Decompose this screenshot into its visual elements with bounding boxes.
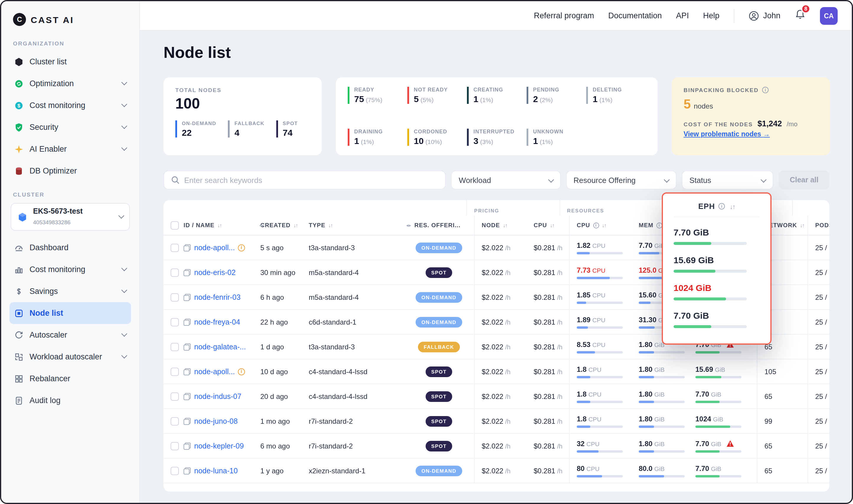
node-name-link[interactable]: node-juno-08 xyxy=(194,417,237,425)
row-checkbox[interactable] xyxy=(171,392,179,400)
view-problematic-nodes-link[interactable]: View problematic nodes → xyxy=(683,130,770,138)
row-checkbox[interactable] xyxy=(171,343,179,351)
search-input[interactable] xyxy=(184,176,438,184)
table-row[interactable]: node-luna-10 1 y ago x2iezn-standard-1 O… xyxy=(163,458,829,483)
user-menu[interactable]: John xyxy=(748,10,780,21)
node-warning-icon[interactable]: i xyxy=(238,244,245,251)
status-filter-dropdown[interactable]: Status xyxy=(682,170,774,190)
node-name-link[interactable]: node-apoll... xyxy=(194,367,235,376)
mem-usage-cell: 1.80GiB xyxy=(632,434,688,458)
copy-icon[interactable] xyxy=(183,393,191,400)
copy-icon[interactable] xyxy=(183,368,191,375)
row-checkbox[interactable] xyxy=(171,417,179,425)
sidebar-item-cluster-list[interactable]: Cluster list xyxy=(10,51,131,73)
row-checkbox[interactable] xyxy=(171,268,179,276)
sort-icon[interactable]: ↓↑ xyxy=(503,222,507,228)
sort-icon[interactable]: ↓↑ xyxy=(602,222,606,228)
row-checkbox[interactable] xyxy=(171,293,179,301)
sort-icon[interactable]: ↓↑ xyxy=(328,222,332,228)
sort-icon[interactable]: ↓↑ xyxy=(800,222,804,228)
header-res-offering[interactable]: RES. OFFERI... xyxy=(407,215,474,235)
copy-icon[interactable] xyxy=(183,442,191,449)
table-row[interactable]: node-juno-08 1 mo ago r7i-standard-2 SPO… xyxy=(163,409,829,434)
copy-icon[interactable] xyxy=(183,417,191,425)
header-cpu[interactable]: CPUi↓↑ xyxy=(569,215,632,235)
header-created[interactable]: CREATED↓↑ xyxy=(260,215,309,235)
table-row[interactable]: node-kepler-09 6 mo ago r7i-standard-2 S… xyxy=(163,434,829,458)
sort-icon[interactable]: ↓↑ xyxy=(730,203,735,210)
cluster-selector[interactable]: EKS-5673-test 405349833286 xyxy=(11,203,130,231)
sidebar-item-db-optimizer[interactable]: DB Optimizer xyxy=(10,160,131,182)
created-value: 20 d ago xyxy=(260,392,288,400)
node-warning-icon[interactable]: i xyxy=(238,368,245,375)
node-name-link[interactable]: node-indus-07 xyxy=(194,392,242,400)
node-name-link[interactable]: node-galatea-... xyxy=(194,343,246,351)
info-icon[interactable]: i xyxy=(718,203,725,210)
node-name-link[interactable]: node-kepler-09 xyxy=(194,442,244,450)
sidebar-item-node-list[interactable]: Node list xyxy=(10,302,131,324)
header-node-price[interactable]: NODE↓↑ xyxy=(474,215,527,235)
node-name-link[interactable]: node-luna-10 xyxy=(194,467,237,475)
chevron-down-icon xyxy=(121,265,127,271)
pods-value: 25 / xyxy=(815,442,827,450)
sidebar-item-audit-log[interactable]: Audit log xyxy=(10,390,131,411)
sort-icon[interactable]: ↓↑ xyxy=(550,222,554,228)
nav-documentation[interactable]: Documentation xyxy=(608,11,662,20)
node-name-link[interactable]: node-fenrir-03 xyxy=(194,293,241,301)
type-value: m5a-standard-4 xyxy=(309,268,359,276)
eph-usage-cell: 7.70GiB xyxy=(688,434,757,458)
header-type[interactable]: TYPE↓↑◂▸ xyxy=(309,215,407,235)
sidebar-item-savings[interactable]: Savings xyxy=(10,280,131,302)
sidebar-item-security[interactable]: Security xyxy=(10,116,131,138)
row-checkbox[interactable] xyxy=(171,442,179,450)
table-row[interactable]: node-apoll...i 10 d ago c4-standard-4-ls… xyxy=(163,359,829,384)
nav-api[interactable]: API xyxy=(676,11,689,20)
search-box[interactable] xyxy=(163,170,446,190)
row-checkbox[interactable] xyxy=(171,367,179,376)
notifications-button[interactable]: 8 xyxy=(795,9,806,22)
header-cpu-price[interactable]: CPU↓↑ xyxy=(527,215,569,235)
nav-help[interactable]: Help xyxy=(703,11,719,20)
warning-triangle-icon[interactable] xyxy=(727,440,734,447)
select-all-checkbox[interactable] xyxy=(171,221,179,229)
sidebar-item-dashboard[interactable]: Dashboard xyxy=(10,237,131,258)
resource-offering-filter-dropdown[interactable]: Resource Offering xyxy=(566,170,676,190)
sidebar-item-rebalancer[interactable]: Rebalancer xyxy=(10,368,131,390)
workload-autoscaler-icon xyxy=(14,352,24,361)
node-name-link[interactable]: node-eris-02 xyxy=(194,268,235,276)
info-icon[interactable]: i xyxy=(656,222,662,228)
info-icon[interactable]: i xyxy=(593,222,599,228)
nav-referral-program[interactable]: Referral program xyxy=(534,11,594,20)
row-checkbox[interactable] xyxy=(171,318,179,326)
sidebar-item-cost-monitoring-org[interactable]: $ Cost monitoring xyxy=(10,94,131,116)
sidebar-item-label: Cost monitoring xyxy=(30,101,85,110)
clear-all-button[interactable]: Clear all xyxy=(779,170,829,190)
copy-icon[interactable] xyxy=(183,294,191,301)
copy-icon[interactable] xyxy=(183,269,191,276)
sidebar-item-autoscaler[interactable]: Autoscaler xyxy=(10,324,131,346)
copy-icon[interactable] xyxy=(183,467,191,474)
cast-ai-logo[interactable]: C CAST AI xyxy=(10,11,131,37)
copy-icon[interactable] xyxy=(183,343,191,350)
row-checkbox[interactable] xyxy=(171,467,179,475)
info-icon[interactable]: i xyxy=(762,87,769,93)
row-checkbox[interactable] xyxy=(171,244,179,252)
sidebar-item-workload-autoscaler[interactable]: Workload autoscaler xyxy=(10,346,131,368)
sort-icon[interactable]: ↓↑ xyxy=(294,222,298,228)
header-id-name[interactable]: ID / NAME↓↑◂▸ xyxy=(183,215,260,235)
node-name-link[interactable]: node-apoll... xyxy=(194,244,235,252)
copy-icon[interactable] xyxy=(183,244,191,251)
table-row[interactable]: node-indus-07 20 d ago c4-standard-4-lss… xyxy=(163,384,829,409)
filters-row: Workload Resource Offering Status Clear … xyxy=(163,170,829,190)
copy-icon[interactable] xyxy=(183,318,191,325)
sidebar-item-cost-monitoring[interactable]: Cost monitoring xyxy=(10,258,131,280)
header-pods[interactable]: PODS↓↑ xyxy=(807,215,829,235)
sort-icon[interactable]: ↓↑ xyxy=(217,222,222,228)
node-name-link[interactable]: node-freya-04 xyxy=(194,318,240,326)
column-resize-handle[interactable]: ◂▸ xyxy=(406,222,411,228)
sidebar-item-optimization[interactable]: Optimization xyxy=(10,73,131,94)
column-resize-handle[interactable]: ◂▸ xyxy=(259,222,264,228)
workload-filter-dropdown[interactable]: Workload xyxy=(451,170,561,190)
avatar[interactable]: CA xyxy=(820,7,838,24)
sidebar-item-ai-enabler[interactable]: AI Enabler xyxy=(10,138,131,160)
